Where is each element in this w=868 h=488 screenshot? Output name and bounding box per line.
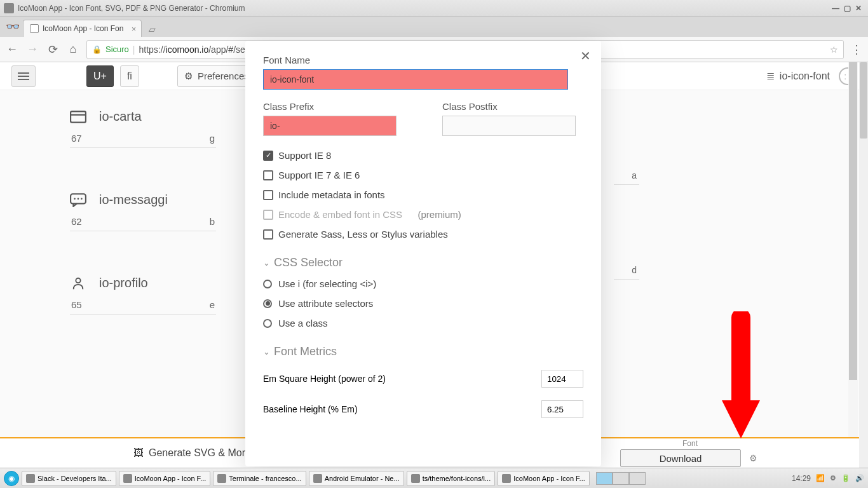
volume-icon[interactable]: 🔊 bbox=[855, 474, 864, 482]
icon-char: a bbox=[614, 166, 639, 185]
lock-icon: 🔒 bbox=[92, 45, 102, 54]
class-prefix-input[interactable] bbox=[263, 116, 397, 136]
icon-name: io-messaggi bbox=[99, 193, 168, 207]
svg-point-5 bbox=[81, 198, 83, 200]
workspace-switcher[interactable] bbox=[596, 472, 646, 485]
font-metrics-section[interactable]: ⌄Font Metrics bbox=[263, 345, 583, 358]
window-maximize-button[interactable]: ▢ bbox=[841, 4, 853, 13]
generate-vars-checkbox[interactable]: Generate Sass, Less or Stylus variables bbox=[263, 229, 583, 240]
os-taskbar: ◉ Slack - Developers Ita... IcoMoon App … bbox=[0, 468, 868, 488]
system-tray[interactable]: 14:29 📶 ⚙ 🔋 🔊 bbox=[792, 474, 864, 483]
favicon-icon bbox=[30, 24, 39, 33]
network-icon[interactable]: 📶 bbox=[816, 474, 825, 482]
font-settings-modal: ✕ Font Name Class Prefix Class Postfix ✓… bbox=[245, 41, 601, 466]
clock: 14:29 bbox=[792, 474, 811, 483]
ligature-button[interactable]: fi bbox=[120, 65, 139, 87]
icon-name: io-carta bbox=[99, 109, 142, 124]
font-name-label: Font Name bbox=[263, 55, 583, 65]
window-title: IcoMoon App - Icon Font, SVG, PDF & PNG … bbox=[18, 4, 245, 13]
icon-item[interactable]: io-carta 67g bbox=[70, 109, 216, 148]
new-tab-button[interactable]: ▱ bbox=[144, 22, 159, 37]
icon-item[interactable]: io-profilo 65e bbox=[70, 276, 216, 315]
back-button[interactable]: ← bbox=[5, 43, 19, 56]
window-close-button[interactable]: ✕ bbox=[853, 4, 864, 13]
taskbar-item[interactable]: IcoMoon App - Icon F... bbox=[119, 471, 211, 486]
download-button[interactable]: Download bbox=[620, 449, 741, 467]
browser-tab[interactable]: IcoMoon App - Icon Fon × bbox=[23, 20, 142, 37]
message-icon bbox=[70, 193, 86, 207]
incognito-icon: 👓 bbox=[4, 18, 22, 36]
support-ie76-checkbox[interactable]: Support IE 7 & IE 6 bbox=[263, 170, 583, 180]
class-postfix-label: Class Postfix bbox=[442, 101, 583, 112]
icon-item[interactable]: io-messaggi 62b bbox=[70, 193, 216, 231]
font-tab-label: Font bbox=[620, 439, 760, 448]
settings-tray-icon[interactable]: ⚙ bbox=[830, 474, 836, 482]
taskbar-item[interactable]: IcoMoon App - Icon F... bbox=[498, 471, 590, 486]
use-attr-radio[interactable]: Use attribute selectors bbox=[263, 298, 583, 309]
layers-icon: ≣ bbox=[766, 70, 775, 82]
class-prefix-label: Class Prefix bbox=[263, 101, 404, 112]
content-scrollbar[interactable] bbox=[848, 62, 858, 437]
project-selector[interactable]: ≣ io-icon-font bbox=[766, 70, 830, 82]
page-scrollbar[interactable] bbox=[859, 62, 868, 468]
em-height-label: Em Square Height (power of 2) bbox=[263, 374, 386, 384]
preferences-button[interactable]: ⚙ Preferences bbox=[177, 65, 256, 87]
unicode-button[interactable]: U+ bbox=[86, 65, 114, 87]
taskbar-item[interactable]: Android Emulator - Ne... bbox=[309, 471, 404, 486]
use-i-radio[interactable]: Use i (for selecting <i>) bbox=[263, 278, 583, 289]
home-button[interactable]: ⌂ bbox=[66, 43, 80, 56]
card-icon bbox=[70, 110, 86, 124]
os-titlebar: IcoMoon App - Icon Font, SVG, PDF & PNG … bbox=[0, 0, 868, 17]
icon-name: io-profilo bbox=[99, 276, 148, 290]
baseline-label: Baseline Height (% Em) bbox=[263, 404, 358, 414]
tab-close-icon[interactable]: × bbox=[132, 24, 137, 34]
start-button[interactable]: ◉ bbox=[4, 471, 19, 486]
svg-point-4 bbox=[78, 198, 79, 200]
image-icon: 🖼 bbox=[133, 447, 144, 459]
project-name: io-icon-font bbox=[780, 71, 830, 82]
window-minimize-button[interactable]: — bbox=[830, 4, 841, 13]
modal-close-button[interactable]: ✕ bbox=[580, 48, 591, 64]
profile-icon bbox=[70, 276, 86, 290]
gear-icon: ⚙ bbox=[184, 71, 193, 82]
icon-char: d bbox=[614, 261, 639, 280]
class-postfix-input[interactable] bbox=[442, 116, 576, 136]
svg-rect-0 bbox=[71, 111, 86, 122]
svg-point-3 bbox=[74, 198, 76, 200]
font-name-input[interactable] bbox=[263, 69, 568, 90]
include-metadata-checkbox[interactable]: Include metadata in fonts bbox=[263, 189, 583, 200]
chevron-down-icon: ⌄ bbox=[263, 258, 270, 268]
browser-tabstrip: 👓 IcoMoon App - Icon Fon × ▱ bbox=[0, 17, 868, 37]
menu-button[interactable] bbox=[11, 65, 36, 87]
chevron-down-icon: ⌄ bbox=[263, 347, 270, 356]
download-settings-button[interactable]: ⚙ bbox=[746, 451, 760, 465]
reload-button[interactable]: ⟳ bbox=[46, 43, 60, 57]
svg-point-6 bbox=[76, 278, 80, 282]
secure-label: Sicuro bbox=[105, 44, 129, 54]
window-icon bbox=[4, 3, 14, 13]
css-selector-section[interactable]: ⌄CSS Selector bbox=[263, 256, 583, 269]
bookmark-star-icon[interactable]: ☆ bbox=[830, 44, 838, 55]
tab-title: IcoMoon App - Icon Fon bbox=[43, 24, 123, 33]
embed-css-checkbox: Encode & embed font in CSS (premium) bbox=[263, 209, 583, 220]
em-height-input[interactable] bbox=[541, 370, 583, 388]
browser-menu-button[interactable]: ⋮ bbox=[850, 43, 863, 57]
taskbar-item[interactable]: Slack - Developers Ita... bbox=[22, 471, 116, 486]
forward-button[interactable]: → bbox=[25, 43, 39, 56]
support-ie8-checkbox[interactable]: ✓Support IE 8 bbox=[263, 150, 583, 161]
generate-svg-button[interactable]: 🖼 Generate SVG & More bbox=[133, 447, 251, 459]
use-class-radio[interactable]: Use a class bbox=[263, 318, 583, 329]
taskbar-item[interactable]: Terminale - francesco... bbox=[213, 471, 306, 486]
battery-icon[interactable]: 🔋 bbox=[841, 474, 850, 482]
baseline-input[interactable] bbox=[541, 400, 583, 418]
taskbar-item[interactable]: ts/theme/font-icons/i... bbox=[407, 471, 496, 486]
